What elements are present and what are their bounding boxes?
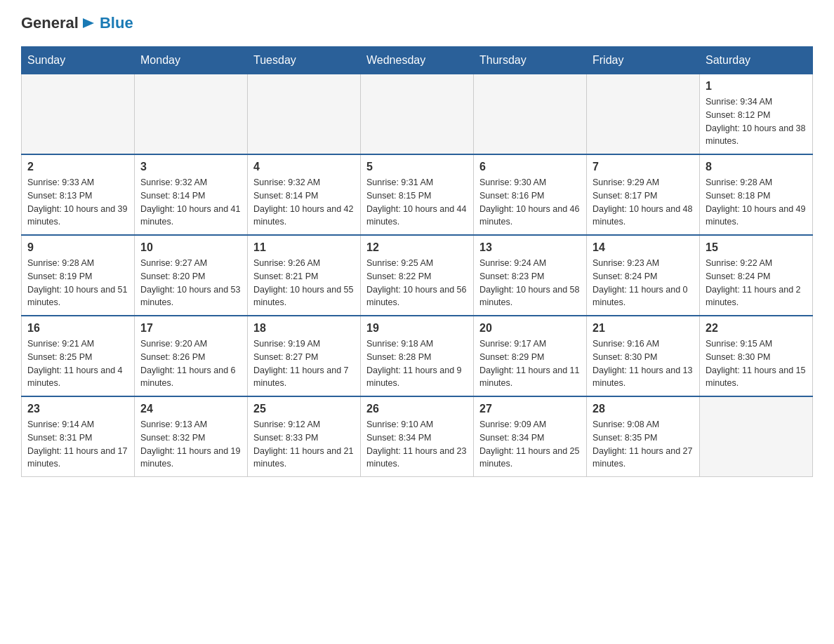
calendar-week-row: 1Sunrise: 9:34 AMSunset: 8:12 PMDaylight…	[22, 74, 813, 155]
day-info: Sunrise: 9:32 AMSunset: 8:14 PMDaylight:…	[253, 176, 355, 229]
day-info: Sunrise: 9:31 AMSunset: 8:15 PMDaylight:…	[366, 176, 468, 229]
column-header-tuesday: Tuesday	[248, 47, 361, 74]
calendar-day-cell	[22, 74, 135, 155]
day-number: 28	[593, 403, 694, 415]
calendar-day-cell: 16Sunrise: 9:21 AMSunset: 8:25 PMDayligh…	[22, 316, 135, 396]
day-info: Sunrise: 9:12 AMSunset: 8:33 PMDaylight:…	[253, 418, 355, 471]
day-number: 4	[253, 161, 355, 173]
calendar-day-cell: 2Sunrise: 9:33 AMSunset: 8:13 PMDaylight…	[22, 154, 135, 235]
calendar-day-cell: 21Sunrise: 9:16 AMSunset: 8:30 PMDayligh…	[587, 316, 700, 396]
calendar-day-cell: 15Sunrise: 9:22 AMSunset: 8:24 PMDayligh…	[700, 235, 813, 316]
day-number: 5	[366, 161, 468, 173]
day-info: Sunrise: 9:19 AMSunset: 8:27 PMDaylight:…	[253, 337, 355, 390]
calendar-day-cell: 23Sunrise: 9:14 AMSunset: 8:31 PMDayligh…	[22, 396, 135, 477]
day-number: 2	[27, 161, 128, 173]
day-info: Sunrise: 9:09 AMSunset: 8:34 PMDaylight:…	[479, 418, 581, 471]
calendar-day-cell	[361, 74, 474, 155]
day-info: Sunrise: 9:18 AMSunset: 8:28 PMDaylight:…	[366, 337, 468, 390]
calendar-day-cell: 4Sunrise: 9:32 AMSunset: 8:14 PMDaylight…	[248, 154, 361, 235]
day-number: 12	[366, 241, 468, 254]
day-number: 6	[479, 161, 581, 173]
day-info: Sunrise: 9:33 AMSunset: 8:13 PMDaylight:…	[27, 176, 128, 229]
calendar-day-cell: 8Sunrise: 9:28 AMSunset: 8:18 PMDaylight…	[700, 154, 813, 235]
day-info: Sunrise: 9:17 AMSunset: 8:29 PMDaylight:…	[479, 337, 581, 390]
day-number: 22	[706, 322, 807, 335]
column-header-saturday: Saturday	[700, 47, 813, 74]
calendar-day-cell: 24Sunrise: 9:13 AMSunset: 8:32 PMDayligh…	[135, 396, 248, 477]
day-number: 26	[366, 403, 468, 415]
column-header-thursday: Thursday	[474, 47, 587, 74]
day-number: 3	[140, 161, 241, 173]
column-header-wednesday: Wednesday	[361, 47, 474, 74]
calendar-day-cell: 11Sunrise: 9:26 AMSunset: 8:21 PMDayligh…	[248, 235, 361, 316]
calendar-week-row: 23Sunrise: 9:14 AMSunset: 8:31 PMDayligh…	[22, 396, 813, 477]
day-info: Sunrise: 9:20 AMSunset: 8:26 PMDaylight:…	[140, 337, 241, 390]
day-number: 27	[479, 403, 581, 415]
logo-general-text: General	[21, 14, 79, 32]
day-info: Sunrise: 9:27 AMSunset: 8:20 PMDaylight:…	[140, 257, 241, 309]
calendar-day-cell	[135, 74, 248, 155]
day-info: Sunrise: 9:28 AMSunset: 8:19 PMDaylight:…	[27, 257, 128, 309]
calendar-day-cell	[474, 74, 587, 155]
day-number: 17	[140, 322, 241, 335]
calendar-day-cell: 12Sunrise: 9:25 AMSunset: 8:22 PMDayligh…	[361, 235, 474, 316]
calendar-day-cell: 1Sunrise: 9:34 AMSunset: 8:12 PMDaylight…	[700, 74, 813, 155]
calendar-week-row: 9Sunrise: 9:28 AMSunset: 8:19 PMDaylight…	[22, 235, 813, 316]
day-info: Sunrise: 9:30 AMSunset: 8:16 PMDaylight:…	[479, 176, 581, 229]
day-number: 8	[706, 161, 807, 173]
day-info: Sunrise: 9:32 AMSunset: 8:14 PMDaylight:…	[140, 176, 241, 229]
day-info: Sunrise: 9:08 AMSunset: 8:35 PMDaylight:…	[593, 418, 694, 471]
day-info: Sunrise: 9:28 AMSunset: 8:18 PMDaylight:…	[706, 176, 807, 229]
day-info: Sunrise: 9:15 AMSunset: 8:30 PMDaylight:…	[706, 337, 807, 390]
calendar-day-cell: 17Sunrise: 9:20 AMSunset: 8:26 PMDayligh…	[135, 316, 248, 396]
day-number: 24	[140, 403, 241, 415]
day-number: 1	[706, 80, 807, 93]
calendar-day-cell: 25Sunrise: 9:12 AMSunset: 8:33 PMDayligh…	[248, 396, 361, 477]
calendar-week-row: 2Sunrise: 9:33 AMSunset: 8:13 PMDaylight…	[22, 154, 813, 235]
day-info: Sunrise: 9:29 AMSunset: 8:17 PMDaylight:…	[593, 176, 694, 229]
day-number: 15	[706, 241, 807, 254]
column-header-sunday: Sunday	[22, 47, 135, 74]
day-info: Sunrise: 9:13 AMSunset: 8:32 PMDaylight:…	[140, 418, 241, 471]
calendar-day-cell: 3Sunrise: 9:32 AMSunset: 8:14 PMDaylight…	[135, 154, 248, 235]
column-header-friday: Friday	[587, 47, 700, 74]
day-number: 7	[593, 161, 694, 173]
day-info: Sunrise: 9:25 AMSunset: 8:22 PMDaylight:…	[366, 257, 468, 309]
day-info: Sunrise: 9:24 AMSunset: 8:23 PMDaylight:…	[479, 257, 581, 309]
logo-blue-text: Blue	[100, 14, 133, 32]
day-info: Sunrise: 9:14 AMSunset: 8:31 PMDaylight:…	[27, 418, 128, 471]
calendar-day-cell: 7Sunrise: 9:29 AMSunset: 8:17 PMDaylight…	[587, 154, 700, 235]
calendar-day-cell: 14Sunrise: 9:23 AMSunset: 8:24 PMDayligh…	[587, 235, 700, 316]
day-number: 10	[140, 241, 241, 254]
calendar-day-cell: 20Sunrise: 9:17 AMSunset: 8:29 PMDayligh…	[474, 316, 587, 396]
calendar-day-cell: 27Sunrise: 9:09 AMSunset: 8:34 PMDayligh…	[474, 396, 587, 477]
calendar-week-row: 16Sunrise: 9:21 AMSunset: 8:25 PMDayligh…	[22, 316, 813, 396]
day-number: 18	[253, 322, 355, 335]
calendar-day-cell: 10Sunrise: 9:27 AMSunset: 8:20 PMDayligh…	[135, 235, 248, 316]
calendar-day-cell: 6Sunrise: 9:30 AMSunset: 8:16 PMDaylight…	[474, 154, 587, 235]
calendar-table: SundayMondayTuesdayWednesdayThursdayFrid…	[21, 46, 813, 477]
day-info: Sunrise: 9:21 AMSunset: 8:25 PMDaylight:…	[27, 337, 128, 390]
calendar-day-cell	[700, 396, 813, 477]
calendar-day-cell: 26Sunrise: 9:10 AMSunset: 8:34 PMDayligh…	[361, 396, 474, 477]
calendar-day-cell: 13Sunrise: 9:24 AMSunset: 8:23 PMDayligh…	[474, 235, 587, 316]
day-number: 13	[479, 241, 581, 254]
day-number: 19	[366, 322, 468, 335]
day-info: Sunrise: 9:23 AMSunset: 8:24 PMDaylight:…	[593, 257, 694, 309]
logo: General Blue	[21, 14, 133, 32]
day-info: Sunrise: 9:22 AMSunset: 8:24 PMDaylight:…	[706, 257, 807, 309]
day-info: Sunrise: 9:26 AMSunset: 8:21 PMDaylight:…	[253, 257, 355, 309]
calendar-day-cell: 9Sunrise: 9:28 AMSunset: 8:19 PMDaylight…	[22, 235, 135, 316]
day-number: 16	[27, 322, 128, 335]
day-number: 20	[479, 322, 581, 335]
day-info: Sunrise: 9:10 AMSunset: 8:34 PMDaylight:…	[366, 418, 468, 471]
calendar-day-cell: 28Sunrise: 9:08 AMSunset: 8:35 PMDayligh…	[587, 396, 700, 477]
calendar-day-cell: 19Sunrise: 9:18 AMSunset: 8:28 PMDayligh…	[361, 316, 474, 396]
calendar-day-cell	[587, 74, 700, 155]
logo-arrow-icon	[81, 15, 97, 31]
day-number: 21	[593, 322, 694, 335]
day-info: Sunrise: 9:34 AMSunset: 8:12 PMDaylight:…	[706, 95, 807, 148]
calendar-day-cell: 5Sunrise: 9:31 AMSunset: 8:15 PMDaylight…	[361, 154, 474, 235]
day-info: Sunrise: 9:16 AMSunset: 8:30 PMDaylight:…	[593, 337, 694, 390]
day-number: 14	[593, 241, 694, 254]
